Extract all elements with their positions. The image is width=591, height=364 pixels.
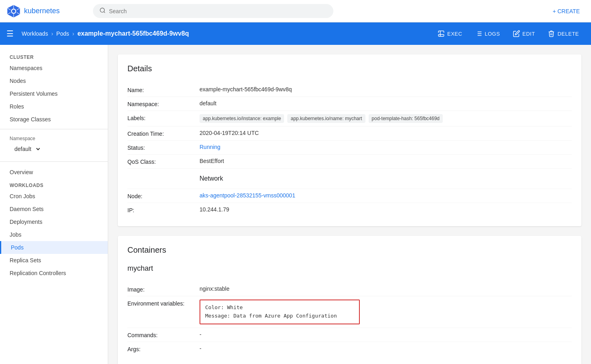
sidebar-item-pods[interactable]: Pods xyxy=(0,241,108,254)
svg-point-9 xyxy=(100,8,105,12)
sidebar-item-daemon-sets[interactable]: Daemon Sets xyxy=(0,203,108,215)
namespace-select[interactable]: default xyxy=(10,143,41,155)
nav-bar: ☰ Workloads › Pods › example-mychart-565… xyxy=(0,22,591,45)
image-value: nginx:stable xyxy=(200,286,572,292)
sidebar-item-cron-jobs[interactable]: Cron Jobs xyxy=(0,190,108,203)
details-card: Details Name: example-mychart-565fbc469d… xyxy=(118,54,581,226)
detail-row-namespace: Namespace: default xyxy=(127,97,572,111)
svg-point-2 xyxy=(12,9,16,13)
container-image-row: Image: nginx:stable xyxy=(127,282,572,296)
label-chip-0: app.kubernetes.io/instance: example xyxy=(200,114,284,123)
labels-value: app.kubernetes.io/instance: example app.… xyxy=(200,114,572,123)
exec-button[interactable]: EXEC xyxy=(432,27,468,40)
cluster-section-title: Cluster xyxy=(0,51,108,62)
node-value: aks-agentpool-28532155-vmss000001 xyxy=(200,192,572,199)
svg-line-10 xyxy=(104,12,105,13)
labels-label: Labels: xyxy=(127,114,200,121)
edit-button[interactable]: EDIT xyxy=(507,27,541,40)
status-value: Running xyxy=(200,144,572,150)
label-chips: app.kubernetes.io/instance: example app.… xyxy=(200,114,572,123)
detail-row-ip: IP: 10.244.1.79 xyxy=(127,203,572,217)
status-label: Status: xyxy=(127,144,200,151)
content-area: Details Name: example-mychart-565fbc469d… xyxy=(108,45,591,364)
name-label: Name: xyxy=(127,86,200,93)
logo-area: kubernetes xyxy=(6,4,87,18)
namespace-label: Namespace xyxy=(0,133,108,143)
details-title: Details xyxy=(127,64,572,73)
env-var-0: Color: White xyxy=(205,304,354,312)
node-link[interactable]: aks-agentpool-28532155-vmss000001 xyxy=(200,192,295,199)
main-layout: Cluster Namespaces Nodes Persistent Volu… xyxy=(0,45,591,364)
ip-value: 10.244.1.79 xyxy=(200,206,572,213)
detail-row-name: Name: example-mychart-565fbc469d-9wv8q xyxy=(127,83,572,97)
breadcrumb-sep-2: › xyxy=(72,30,74,37)
env-vars-box: Color: White Message: Data from Azure Ap… xyxy=(200,300,360,324)
search-icon xyxy=(99,7,106,15)
exec-icon xyxy=(438,30,445,37)
edit-label: EDIT xyxy=(522,31,535,37)
logs-icon xyxy=(475,30,482,37)
containers-title: Containers xyxy=(127,245,572,255)
sidebar-item-roles[interactable]: Roles xyxy=(0,100,108,113)
logs-label: LOGS xyxy=(485,31,500,37)
env-vars-label: Environment variables: xyxy=(127,300,200,307)
breadcrumb-workloads[interactable]: Workloads xyxy=(22,30,48,37)
logo-text: kubernetes xyxy=(24,7,60,15)
env-var-1: Message: Data from Azure App Configurati… xyxy=(205,312,354,320)
nav-actions: EXEC LOGS EDIT DELETE xyxy=(432,27,585,40)
logs-button[interactable]: LOGS xyxy=(470,27,506,40)
env-vars-value: Color: White Message: Data from Azure Ap… xyxy=(200,300,572,324)
breadcrumb-sep-1: › xyxy=(51,30,53,37)
search-input[interactable] xyxy=(109,8,327,14)
delete-button[interactable]: DELETE xyxy=(542,27,585,40)
delete-icon xyxy=(548,30,555,37)
sidebar-item-overview[interactable]: Overview xyxy=(0,165,108,179)
detail-row-labels: Labels: app.kubernetes.io/instance: exam… xyxy=(127,111,572,127)
sidebar-item-deployments[interactable]: Deployments xyxy=(0,215,108,228)
sidebar-item-jobs[interactable]: Jobs xyxy=(0,228,108,241)
workloads-section-title: Workloads xyxy=(0,179,108,190)
namespace-field-value: default xyxy=(200,100,572,107)
detail-row-qos: QoS Class: BestEffort xyxy=(127,155,572,169)
qos-label: QoS Class: xyxy=(127,158,200,165)
sidebar-divider-1 xyxy=(0,129,108,129)
name-value: example-mychart-565fbc469d-9wv8q xyxy=(200,86,572,93)
edit-icon xyxy=(513,30,520,37)
delete-label: DELETE xyxy=(557,31,579,37)
exec-label: EXEC xyxy=(447,31,462,37)
detail-row-network-header: Network xyxy=(127,169,572,189)
sidebar-item-namespaces[interactable]: Namespaces xyxy=(0,62,108,74)
container-name: mychart xyxy=(127,264,572,276)
sidebar-item-replication-controllers[interactable]: Replication Controllers xyxy=(0,267,108,280)
search-bar xyxy=(93,4,333,18)
detail-row-creation: Creation Time: 2020-04-19T20:14 UTC xyxy=(127,127,572,141)
creation-value: 2020-04-19T20:14 UTC xyxy=(200,130,572,136)
ip-label: IP: xyxy=(127,206,200,213)
container-args-row: Args: - xyxy=(127,342,572,356)
sidebar-item-persistent-volumes[interactable]: Persistent Volumes xyxy=(0,87,108,100)
namespace-field-label: Namespace: xyxy=(127,100,200,107)
containers-card: Containers mychart Image: nginx:stable E… xyxy=(118,236,581,364)
args-label: Args: xyxy=(127,345,200,352)
create-button[interactable]: + CREATE xyxy=(548,5,585,18)
breadcrumb-current: example-mychart-565fbc469d-9wv8q xyxy=(77,30,189,37)
container-commands-row: Commands: - xyxy=(127,328,572,342)
breadcrumb-pods[interactable]: Pods xyxy=(56,30,69,37)
image-label: Image: xyxy=(127,286,200,293)
sidebar-item-replica-sets[interactable]: Replica Sets xyxy=(0,254,108,267)
label-chip-1: app.kubernetes.io/name: mychart xyxy=(287,114,365,123)
args-value: - xyxy=(200,345,572,352)
top-bar: kubernetes + CREATE xyxy=(0,0,591,22)
breadcrumb: Workloads › Pods › example-mychart-565fb… xyxy=(22,30,427,37)
hamburger-icon[interactable]: ☰ xyxy=(6,29,14,38)
sidebar-item-nodes[interactable]: Nodes xyxy=(0,74,108,87)
sidebar: Cluster Namespaces Nodes Persistent Volu… xyxy=(0,45,108,364)
commands-label: Commands: xyxy=(127,331,200,338)
creation-label: Creation Time: xyxy=(127,130,200,137)
detail-row-status: Status: Running xyxy=(127,141,572,155)
sidebar-item-storage-classes[interactable]: Storage Classes xyxy=(0,113,108,126)
qos-value: BestEffort xyxy=(200,158,572,164)
sidebar-divider-2 xyxy=(0,161,108,162)
commands-value: - xyxy=(200,331,572,338)
kubernetes-logo xyxy=(6,4,21,18)
